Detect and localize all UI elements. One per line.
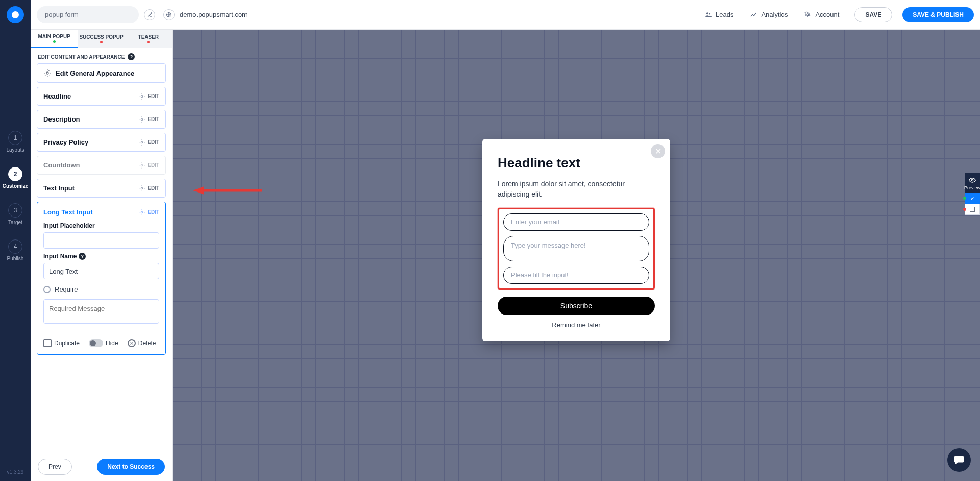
tab-main-popup[interactable]: MAIN POPUP [31, 30, 78, 48]
people-icon [704, 11, 713, 19]
nav-leads[interactable]: Leads [704, 11, 733, 19]
close-icon[interactable]: ✕ [651, 144, 665, 158]
delete-label: Delete [138, 340, 156, 347]
step-target[interactable]: 3 Target [8, 203, 22, 225]
popup-message-placeholder: Type your message here! [511, 242, 586, 249]
toggle-icon [89, 339, 103, 347]
step-customize[interactable]: 2 Customize [3, 167, 29, 189]
popup-fill-input[interactable]: Please fill the input! [503, 267, 649, 284]
edit-label: EDIT [148, 139, 159, 145]
gear-icon [138, 185, 145, 192]
step-publish[interactable]: 4 Publish [7, 239, 24, 261]
row-countdown[interactable]: Countdown EDIT [37, 156, 166, 175]
panel-footer: Prev Next to Success [31, 452, 172, 481]
panel-scroll[interactable]: Edit General Appearance Headline EDIT De… [31, 63, 172, 452]
svg-point-10 [141, 211, 143, 213]
popup-email-placeholder: Enter your email [511, 218, 559, 226]
block-title: Long Text Input [43, 208, 93, 216]
input-name-field[interactable] [43, 263, 159, 279]
delete-icon: ✕ [128, 339, 136, 347]
row-privacy-policy[interactable]: Privacy Policy EDIT [37, 133, 166, 152]
next-button[interactable]: Next to Success [97, 459, 165, 475]
row-label: Countdown [43, 161, 80, 169]
row-label: Text Input [43, 184, 75, 192]
help-icon[interactable]: ? [128, 53, 135, 60]
step-layouts[interactable]: 1 Layouts [6, 131, 24, 153]
svg-point-13 [971, 179, 973, 181]
panel-tabs: MAIN POPUP SUCCESS POPUP TEASER [31, 30, 172, 48]
svg-point-5 [141, 95, 143, 98]
nav-leads-label: Leads [716, 11, 733, 18]
app-logo[interactable] [7, 6, 24, 23]
row-long-text-input: Long Text Input EDIT Input Placeholder I… [37, 202, 166, 355]
save-button[interactable]: SAVE [854, 7, 892, 22]
preview-option-box[interactable] [965, 204, 980, 215]
chat-icon [953, 454, 965, 466]
workspace: MAIN POPUP SUCCESS POPUP TEASER EDIT CON… [31, 30, 980, 481]
left-nav: 1 Layouts 2 Customize 3 Target 4 Publish… [0, 0, 31, 481]
svg-point-3 [807, 14, 809, 16]
tab-label: TEASER [138, 34, 159, 40]
analytics-icon [750, 11, 758, 19]
duplicate-icon [43, 339, 52, 347]
tab-label: MAIN POPUP [38, 34, 70, 39]
require-label: Require [55, 285, 78, 293]
block-header[interactable]: Long Text Input EDIT [43, 208, 159, 216]
step-label: Customize [3, 183, 29, 189]
edit-label: EDIT [148, 162, 159, 168]
require-option[interactable]: Require [43, 285, 159, 293]
row-headline[interactable]: Headline EDIT [37, 87, 166, 106]
preview-toggle[interactable]: Preview [965, 173, 980, 193]
preview-option-check[interactable]: ✓ [965, 193, 980, 204]
step-number: 4 [8, 239, 22, 254]
subscribe-button[interactable]: Subscribe [498, 297, 655, 315]
tab-teaser[interactable]: TEASER [125, 30, 172, 48]
prev-button[interactable]: Prev [38, 459, 72, 475]
chat-button[interactable] [947, 448, 971, 472]
tab-success-popup[interactable]: SUCCESS POPUP [78, 30, 125, 48]
required-message-field[interactable] [43, 299, 159, 324]
annotation-arrow-icon [193, 185, 264, 196]
nav-account-label: Account [815, 11, 839, 18]
row-label: Headline [43, 92, 71, 100]
gear-icon [138, 162, 145, 169]
hide-toggle[interactable]: Hide [89, 339, 118, 347]
campaign-name-value: popup form [45, 11, 79, 18]
app-version: v1.3.29 [7, 469, 24, 475]
field-label-name-text: Input Name [43, 253, 77, 260]
svg-point-6 [141, 118, 143, 121]
svg-point-8 [141, 164, 143, 166]
delete-button[interactable]: ✕ Delete [128, 339, 156, 347]
svg-point-4 [46, 72, 48, 74]
editor-panel: MAIN POPUP SUCCESS POPUP TEASER EDIT CON… [31, 30, 173, 481]
nav-analytics[interactable]: Analytics [750, 11, 788, 19]
inputs-highlight: Enter your email Type your message here!… [498, 208, 655, 290]
globe-icon[interactable] [163, 9, 175, 20]
svg-marker-12 [193, 186, 204, 195]
duplicate-button[interactable]: Duplicate [43, 339, 80, 347]
popup-fill-placeholder: Please fill the input! [511, 271, 569, 279]
campaign-name-input[interactable]: popup form [37, 6, 139, 23]
preview-bar: Preview ✓ [965, 173, 980, 215]
edit-label: EDIT [148, 185, 159, 191]
svg-point-7 [141, 141, 143, 143]
gear-icon [138, 139, 145, 146]
popup-headline: Headline text [498, 155, 655, 171]
input-placeholder-field[interactable] [43, 232, 159, 249]
edit-name-icon[interactable] [144, 9, 155, 20]
row-description[interactable]: Description EDIT [37, 110, 166, 129]
row-general-appearance[interactable]: Edit General Appearance [37, 63, 166, 83]
gear-icon [43, 69, 52, 77]
popup-email-input[interactable]: Enter your email [503, 213, 649, 231]
popup-message-input[interactable]: Type your message here! [503, 236, 649, 261]
nav-account[interactable]: Account [804, 11, 839, 19]
top-bar: popup form demo.popupsmart.com Leads Ana… [31, 0, 980, 30]
nav-analytics-label: Analytics [761, 11, 788, 18]
radio-icon [43, 286, 51, 293]
row-text-input[interactable]: Text Input EDIT [37, 179, 166, 198]
remind-later-link[interactable]: Remind me later [498, 321, 655, 329]
step-number: 1 [8, 131, 22, 145]
save-publish-button[interactable]: SAVE & PUBLISH [902, 7, 974, 22]
step-label: Target [8, 220, 22, 225]
help-icon[interactable]: ? [79, 253, 86, 260]
